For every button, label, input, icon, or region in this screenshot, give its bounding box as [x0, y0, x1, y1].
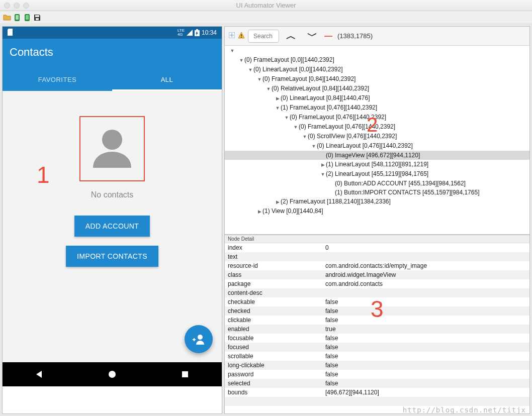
tree-node[interactable]: ▶(0) LinearLayout [0,84][1440,476]: [225, 93, 529, 103]
app-toolbar: [0, 11, 532, 24]
phone-body: No contacts ADD ACCOUNT IMPORT CONTACTS …: [3, 91, 222, 362]
svg-rect-5: [36, 18, 39, 20]
app-header: Contacts FAVORITES ALL: [3, 39, 222, 91]
status-time: 10:34: [202, 29, 217, 36]
close-window[interactable]: [4, 3, 10, 9]
open-icon[interactable]: [3, 14, 11, 22]
detail-row[interactable]: enabledtrue: [225, 325, 529, 334]
detail-row[interactable]: resource-idcom.android.contacts:id/empty…: [225, 261, 529, 270]
person-icon: [87, 124, 137, 174]
svg-point-10: [109, 371, 116, 378]
tree-node[interactable]: ▼(0) FrameLayout [0,84][1440,2392]: [225, 74, 529, 84]
prev-match-icon[interactable]: ︿: [282, 29, 300, 43]
device-screenshot-uix-icon[interactable]: [23, 14, 31, 22]
detail-row[interactable]: focusedfalse: [225, 343, 529, 352]
tree-node[interactable]: ▼: [225, 46, 529, 55]
tree-node[interactable]: ▼(0) RelativeLayout [0,84][1440,2392]: [225, 84, 529, 93]
node-detail-table[interactable]: index0textresource-idcom.android.contact…: [225, 243, 529, 413]
titlebar: UI Automator Viewer: [0, 0, 532, 11]
tree-node[interactable]: ▶(1) LinearLayout [548,1120][891,1219]: [225, 160, 529, 169]
svg-rect-3: [26, 15, 29, 20]
tree-node[interactable]: (0) Button:ADD ACCOUNT [455,1394][984,15…: [225, 179, 529, 188]
tree-node[interactable]: ▼(0) FrameLayout [0,0][1440,2392]: [225, 55, 529, 65]
import-contacts-button[interactable]: IMPORT CONTACTS: [66, 246, 158, 267]
tree-node[interactable]: ▼(1) FrameLayout [0,476][1440,2392]: [225, 103, 529, 113]
detail-row[interactable]: bounds[496,672][944,1120]: [225, 388, 529, 397]
detail-row[interactable]: classandroid.widget.ImageView: [225, 270, 529, 279]
save-icon[interactable]: [33, 14, 41, 22]
clear-icon[interactable]: —: [324, 32, 332, 41]
empty-message: No contacts: [91, 190, 133, 199]
right-panel: ︿ ﹀ — (1383,1785) 2 ▼▼(0) FrameLayout [0…: [224, 26, 530, 414]
tab-all[interactable]: ALL: [112, 69, 222, 91]
detail-row[interactable]: text: [225, 252, 529, 261]
annotation-1: 1: [37, 161, 50, 188]
device-screenshot-icon[interactable]: [13, 14, 21, 22]
minimize-window[interactable]: [14, 3, 20, 9]
status-bar: LTE4G 10:34: [3, 27, 222, 39]
sd-card-icon: [8, 29, 14, 37]
search-input[interactable]: [248, 30, 279, 43]
svg-point-9: [198, 335, 203, 340]
tree-node[interactable]: (1) Button:IMPORT CONTACTS [455,1597][98…: [225, 188, 529, 197]
window-title: UI Automator Viewer: [236, 2, 296, 9]
svg-rect-7: [196, 29, 198, 30]
svg-rect-14: [241, 37, 242, 38]
detail-row[interactable]: focusablefalse: [225, 334, 529, 343]
recents-icon[interactable]: [181, 370, 190, 379]
hierarchy-tree[interactable]: 2 ▼▼(0) FrameLayout [0,0][1440,2392]▼(0)…: [225, 46, 529, 235]
detail-row[interactable]: selectedfalse: [225, 379, 529, 388]
window-controls: [4, 3, 29, 9]
tree-node[interactable]: ▼(0) LinearLayout [0,0][1440,2392]: [225, 65, 529, 74]
toggle-naf-icon[interactable]: [238, 32, 245, 40]
app-title: Contacts: [3, 39, 222, 69]
detail-row[interactable]: long-clickablefalse: [225, 361, 529, 370]
expand-all-icon[interactable]: [229, 32, 235, 40]
svg-point-8: [102, 130, 122, 150]
detail-row[interactable]: scrollablefalse: [225, 352, 529, 361]
back-icon[interactable]: [35, 370, 44, 379]
add-contact-fab[interactable]: [185, 325, 213, 353]
add-account-button[interactable]: ADD ACCOUNT: [74, 216, 150, 237]
tab-favorites[interactable]: FAVORITES: [3, 69, 112, 91]
node-detail-header: Node Detail: [225, 235, 529, 243]
detail-row[interactable]: index0: [225, 243, 529, 252]
cursor-coord: (1383,1785): [337, 32, 373, 40]
tree-node[interactable]: ▶(2) FrameLayout [1188,2140][1384,2336]: [225, 197, 529, 206]
tree-node[interactable]: ▼(0) LinearLayout [0,476][1440,2392]: [225, 141, 529, 151]
zoom-window[interactable]: [23, 3, 29, 9]
nav-bar: [3, 362, 222, 386]
tree-toolbar: ︿ ﹀ — (1383,1785): [225, 27, 529, 46]
detail-row[interactable]: passwordfalse: [225, 370, 529, 379]
selection-highlight: [79, 116, 145, 181]
tree-node[interactable]: ▼(2) LinearLayout [455,1219][984,1765]: [225, 169, 529, 179]
annotation-2: 2: [367, 120, 378, 129]
device-preview: LTE4G 10:34 Contacts FAVORITES ALL No co…: [2, 26, 222, 414]
signal-icon: [187, 30, 193, 36]
next-match-icon[interactable]: ﹀: [303, 29, 321, 43]
home-icon[interactable]: [108, 370, 117, 379]
battery-icon: [195, 29, 200, 36]
lte-indicator: LTE4G: [178, 29, 185, 37]
svg-rect-1: [16, 15, 19, 20]
svg-rect-13: [241, 34, 242, 36]
annotation-3: 3: [371, 295, 384, 323]
detail-row[interactable]: packagecom.android.contacts: [225, 279, 529, 288]
node-detail-panel: Node Detail index0textresource-idcom.and…: [225, 235, 529, 413]
svg-rect-4: [35, 15, 39, 17]
tree-node[interactable]: ▶(1) View [0,0][1440,84]: [225, 206, 529, 216]
svg-rect-11: [182, 371, 188, 377]
tree-node[interactable]: (0) ImageView [496,672][944,1120]: [225, 151, 529, 160]
watermark: http://blog.csdn.net/titjx: [403, 406, 526, 414]
